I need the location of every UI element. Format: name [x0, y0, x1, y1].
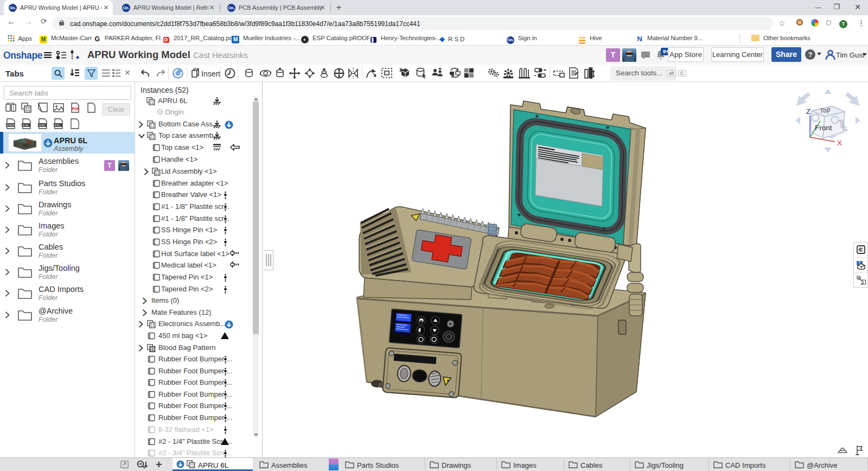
svg-text:S W: S W: [23, 124, 29, 127]
svg-text:SVG: SVG: [39, 124, 46, 127]
svg-text:Z: Z: [806, 107, 810, 116]
svg-text:Front: Front: [815, 124, 832, 132]
svg-text:STEP: STEP: [7, 124, 15, 127]
svg-text:STL: STL: [55, 124, 60, 127]
svg-text:X: X: [837, 139, 842, 147]
svg-text:PDF: PDF: [72, 107, 80, 111]
